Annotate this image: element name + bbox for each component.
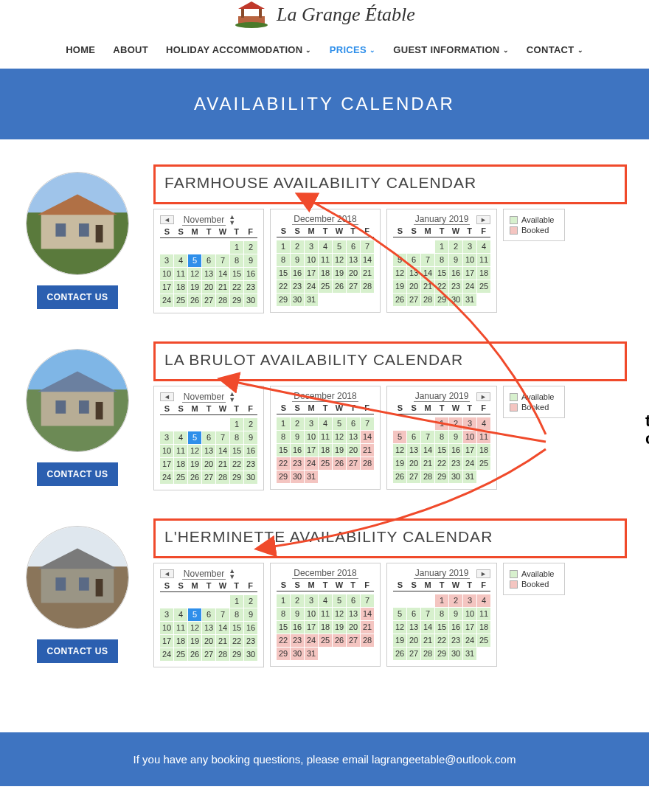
- calendar-day[interactable]: 25: [174, 648, 187, 661]
- calendar-day[interactable]: 14: [421, 444, 434, 457]
- calendar-day[interactable]: 15: [435, 621, 448, 634]
- calendar-day[interactable]: 20: [202, 458, 215, 471]
- calendar-day[interactable]: 16: [291, 621, 304, 634]
- calendar-day[interactable]: 7: [361, 417, 374, 430]
- calendar-day[interactable]: 4: [477, 417, 490, 430]
- calendar-day[interactable]: 15: [277, 621, 290, 634]
- calendar-day[interactable]: 11: [174, 268, 187, 280]
- calendar-day[interactable]: 22: [277, 280, 290, 293]
- calendar-day[interactable]: 11: [477, 254, 490, 266]
- calendar-day[interactable]: 8: [435, 431, 448, 443]
- calendar-day[interactable]: 29: [277, 648, 290, 660]
- calendar-day[interactable]: 20: [347, 444, 360, 457]
- calendar-day[interactable]: 12: [333, 254, 346, 266]
- calendar-day[interactable]: 25: [319, 457, 332, 470]
- calendar-day[interactable]: 30: [449, 648, 462, 660]
- nav-contact[interactable]: CONTACT ⌄: [527, 44, 583, 55]
- calendar-day[interactable]: 16: [244, 445, 257, 457]
- calendar-day[interactable]: 24: [160, 294, 173, 307]
- calendar-day[interactable]: 11: [174, 445, 187, 457]
- nav-prices[interactable]: PRICES ⌄: [330, 44, 376, 55]
- calendar-day[interactable]: 17: [463, 621, 476, 634]
- calendar-day[interactable]: 5: [188, 254, 201, 267]
- calendar-day[interactable]: 28: [361, 457, 374, 470]
- calendar-day[interactable]: 12: [393, 444, 406, 457]
- calendar-day[interactable]: 31: [463, 294, 476, 306]
- calendar-day[interactable]: 15: [435, 267, 448, 280]
- calendar-day[interactable]: 8: [230, 608, 243, 621]
- calendar-day[interactable]: 28: [421, 471, 434, 483]
- nav-guest[interactable]: GUEST INFORMATION ⌄: [393, 44, 509, 55]
- calendar-day[interactable]: 2: [244, 418, 257, 431]
- calendar-day[interactable]: 20: [407, 634, 420, 647]
- calendar-day[interactable]: 28: [421, 648, 434, 660]
- calendar-day[interactable]: 1: [230, 595, 243, 608]
- calendar-day[interactable]: 27: [407, 471, 420, 483]
- calendar-day[interactable]: 20: [202, 281, 215, 294]
- contact-us-button[interactable]: CONTACT US: [37, 285, 119, 309]
- calendar-day[interactable]: 4: [319, 240, 332, 253]
- calendar-day[interactable]: 20: [347, 621, 360, 634]
- calendar-day[interactable]: 9: [449, 608, 462, 620]
- calendar-day[interactable]: 30: [449, 471, 462, 483]
- calendar-day[interactable]: 15: [230, 622, 243, 634]
- calendar-day[interactable]: 12: [188, 268, 201, 280]
- calendar-day[interactable]: 15: [230, 268, 243, 280]
- calendar-day[interactable]: 11: [319, 254, 332, 266]
- calendar-day[interactable]: 27: [347, 634, 360, 647]
- calendar-day[interactable]: 10: [305, 254, 318, 266]
- calendar-day[interactable]: 12: [188, 622, 201, 634]
- calendar-day[interactable]: 1: [435, 594, 448, 607]
- calendar-day[interactable]: 25: [477, 280, 490, 293]
- calendar-day[interactable]: 28: [216, 648, 229, 661]
- calendar-day[interactable]: 22: [230, 458, 243, 471]
- calendar-day[interactable]: 7: [421, 608, 434, 620]
- calendar-day[interactable]: 4: [319, 417, 332, 430]
- calendar-day[interactable]: 3: [305, 594, 318, 607]
- calendar-day[interactable]: 29: [230, 471, 243, 484]
- calendar-day[interactable]: 15: [230, 445, 243, 457]
- calendar-day[interactable]: 26: [393, 648, 406, 660]
- calendar-day[interactable]: 31: [463, 471, 476, 483]
- calendar-day[interactable]: 26: [393, 471, 406, 483]
- calendar-day[interactable]: 8: [435, 608, 448, 620]
- calendar-day[interactable]: 4: [174, 254, 187, 267]
- calendar-day[interactable]: 3: [463, 594, 476, 607]
- calendar-day[interactable]: 10: [305, 431, 318, 443]
- calendar-day[interactable]: 25: [477, 457, 490, 470]
- calendar-day[interactable]: 30: [244, 648, 257, 661]
- calendar-day[interactable]: 1: [277, 417, 290, 430]
- calendar-day[interactable]: 28: [361, 280, 374, 293]
- calendar-day[interactable]: 2: [291, 240, 304, 253]
- calendar-day[interactable]: 19: [393, 634, 406, 647]
- calendar-day[interactable]: 18: [319, 444, 332, 457]
- calendar-day[interactable]: 23: [449, 280, 462, 293]
- calendar-day[interactable]: 13: [202, 268, 215, 280]
- calendar-day[interactable]: 27: [347, 280, 360, 293]
- calendar-day[interactable]: 22: [230, 281, 243, 294]
- calendar-day[interactable]: 16: [449, 267, 462, 280]
- calendar-day[interactable]: 29: [435, 471, 448, 483]
- prev-month-button[interactable]: ◄: [160, 215, 174, 224]
- calendar-day[interactable]: 9: [244, 431, 257, 444]
- calendar-day[interactable]: 8: [230, 431, 243, 444]
- calendar-day[interactable]: 23: [244, 458, 257, 471]
- calendar-day[interactable]: 18: [174, 458, 187, 471]
- calendar-day[interactable]: 13: [202, 445, 215, 457]
- calendar-day[interactable]: 11: [477, 608, 490, 620]
- calendar-day[interactable]: 14: [361, 254, 374, 266]
- calendar-day[interactable]: 31: [305, 471, 318, 483]
- calendar-day[interactable]: 23: [244, 281, 257, 294]
- next-month-button[interactable]: ►: [476, 215, 490, 224]
- calendar-day[interactable]: 14: [361, 608, 374, 620]
- calendar-day[interactable]: 19: [188, 635, 201, 648]
- calendar-day[interactable]: 2: [244, 241, 257, 254]
- calendar-day[interactable]: 6: [347, 240, 360, 253]
- calendar-day[interactable]: 21: [421, 634, 434, 647]
- calendar-day[interactable]: 19: [333, 267, 346, 280]
- calendar-day[interactable]: 16: [291, 444, 304, 457]
- calendar-day[interactable]: 16: [449, 621, 462, 634]
- calendar-day[interactable]: 4: [477, 240, 490, 253]
- calendar-day[interactable]: 1: [230, 241, 243, 254]
- calendar-day[interactable]: 15: [435, 444, 448, 457]
